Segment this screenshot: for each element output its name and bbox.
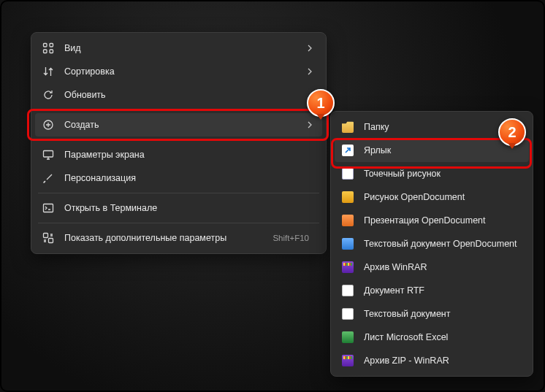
submenu-item-bitmap[interactable]: Точечный рисунок bbox=[335, 162, 529, 185]
svg-rect-3 bbox=[50, 50, 53, 53]
more-options-icon bbox=[42, 232, 54, 244]
annotation-number: 1 bbox=[316, 95, 324, 112]
submenu-item-zip[interactable]: Архив ZIP - WinRAR bbox=[335, 349, 529, 372]
shortcut-icon bbox=[342, 145, 354, 156]
menu-item-label: Сортировка bbox=[64, 66, 296, 77]
svg-rect-7 bbox=[44, 234, 48, 238]
menu-separator bbox=[38, 223, 319, 223]
menu-item-more-options[interactable]: Показать дополнительные параметры Shift+… bbox=[35, 226, 322, 250]
svg-rect-8 bbox=[49, 239, 53, 243]
submenu-item-label: Текстовый документ OpenDocument bbox=[364, 239, 520, 249]
svg-rect-2 bbox=[44, 50, 47, 53]
menu-item-new[interactable]: Создать bbox=[35, 113, 322, 137]
annotation-step-1: 1 bbox=[307, 89, 335, 117]
bitmap-icon bbox=[342, 168, 354, 180]
svg-rect-1 bbox=[50, 44, 53, 47]
annotation-number: 2 bbox=[508, 124, 516, 141]
submenu-item-label: Презентация OpenDocument bbox=[364, 215, 520, 226]
submenu-item-label: Архив ZIP - WinRAR bbox=[364, 356, 520, 366]
submenu-item-rtf[interactable]: Документ RTF bbox=[335, 279, 529, 302]
menu-separator bbox=[38, 193, 319, 193]
view-icon bbox=[42, 42, 54, 54]
excel-icon bbox=[342, 331, 354, 343]
menu-item-sort[interactable]: Сортировка bbox=[35, 60, 322, 83]
desktop-context-menu: Вид Сортировка Обновить Создать bbox=[31, 32, 327, 254]
submenu-item-odp[interactable]: Презентация OpenDocument bbox=[335, 209, 529, 232]
svg-rect-0 bbox=[44, 44, 47, 47]
menu-item-label: Персонализация bbox=[64, 173, 313, 183]
submenu-item-label: Рисунок OpenDocument bbox=[364, 192, 520, 202]
annotation-step-2: 2 bbox=[498, 118, 526, 146]
submenu-item-label: Ярлык bbox=[364, 145, 520, 155]
submenu-item-xls[interactable]: Лист Microsoft Excel bbox=[335, 326, 529, 349]
menu-item-display-settings[interactable]: Параметры экрана bbox=[35, 143, 322, 166]
submenu-item-label: Точечный рисунок bbox=[364, 169, 520, 179]
menu-item-shortcut: Shift+F10 bbox=[272, 234, 309, 242]
menu-separator bbox=[38, 109, 319, 110]
submenu-item-label: Лист Microsoft Excel bbox=[364, 332, 520, 342]
menu-item-view[interactable]: Вид bbox=[35, 36, 322, 60]
menu-item-terminal[interactable]: Открыть в Терминале bbox=[35, 196, 322, 220]
submenu-item-label: Документ RTF bbox=[364, 285, 520, 296]
submenu-item-odg[interactable]: Рисунок OpenDocument bbox=[335, 185, 529, 209]
text-document-icon bbox=[342, 238, 354, 250]
submenu-item-odt[interactable]: Текстовый документ OpenDocument bbox=[335, 232, 529, 255]
submenu-item-txt[interactable]: Текстовый документ bbox=[335, 302, 529, 326]
submenu-item-label: Текстовый документ bbox=[364, 309, 520, 319]
svg-rect-6 bbox=[44, 204, 53, 212]
svg-rect-5 bbox=[44, 151, 53, 158]
drawing-icon bbox=[342, 191, 354, 203]
new-submenu: Папку Ярлык Точечный рисунок Рисунок Ope… bbox=[330, 111, 533, 377]
rtf-icon bbox=[342, 285, 354, 296]
menu-item-personalize[interactable]: Персонализация bbox=[35, 166, 322, 190]
refresh-icon bbox=[42, 89, 54, 101]
submenu-item-rar[interactable]: Архив WinRAR bbox=[335, 255, 529, 279]
menu-item-refresh[interactable]: Обновить bbox=[35, 83, 322, 107]
chevron-right-icon bbox=[306, 121, 313, 128]
menu-item-label: Показать дополнительные параметры bbox=[64, 233, 262, 243]
menu-item-label: Обновить bbox=[64, 90, 313, 100]
terminal-icon bbox=[42, 202, 54, 214]
display-icon bbox=[42, 149, 54, 161]
menu-item-label: Параметры экрана bbox=[64, 150, 313, 160]
menu-item-label: Вид bbox=[64, 43, 296, 53]
chevron-right-icon bbox=[306, 68, 313, 75]
winrar-icon bbox=[342, 355, 354, 366]
menu-item-label: Открыть в Терминале bbox=[64, 203, 313, 213]
sort-icon bbox=[42, 66, 54, 77]
folder-icon bbox=[342, 121, 354, 133]
submenu-item-label: Папку bbox=[364, 122, 520, 132]
winrar-icon bbox=[342, 261, 354, 273]
presentation-icon bbox=[342, 215, 354, 226]
menu-separator bbox=[38, 139, 319, 140]
submenu-item-shortcut[interactable]: Ярлык bbox=[335, 139, 529, 162]
txt-icon bbox=[342, 308, 354, 320]
chevron-right-icon bbox=[306, 45, 313, 52]
brush-icon bbox=[42, 172, 54, 184]
plus-circle-icon bbox=[42, 119, 54, 131]
submenu-item-label: Архив WinRAR bbox=[364, 262, 520, 272]
menu-item-label: Создать bbox=[64, 120, 296, 130]
